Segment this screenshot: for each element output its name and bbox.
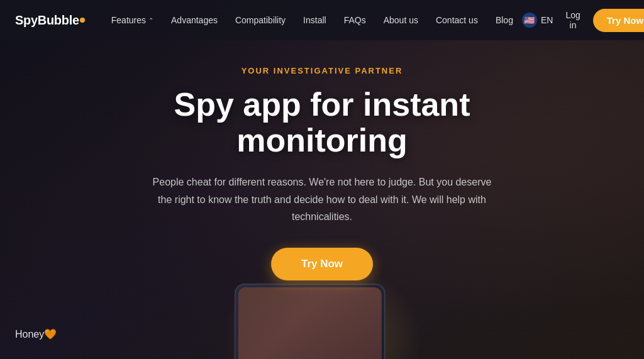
nav-link-contact[interactable]: Contact us: [427, 15, 487, 25]
nav-link-advantages[interactable]: Advantages: [162, 15, 226, 25]
language-label: EN: [541, 15, 553, 25]
nav-right: 🇺🇸 EN Log in Try Now: [522, 9, 644, 32]
language-selector[interactable]: 🇺🇸 EN: [522, 13, 553, 28]
nav-item-contact: Contact us: [427, 15, 487, 25]
nav-item-about: About us: [375, 15, 427, 25]
nav-item-advantages: Advantages: [162, 15, 226, 25]
hero-title: Spy app for instant monitoring: [108, 87, 536, 158]
navbar: SpyBubble Features ⌃ Advantages Compatib…: [0, 0, 644, 40]
logo-dot: [80, 18, 85, 23]
hero-section: Honey🧡 SpyBubble Features ⌃ Advantages C…: [0, 0, 644, 359]
chevron-down-icon: ⌃: [148, 17, 153, 24]
try-now-button-hero[interactable]: Try Now: [271, 248, 373, 280]
logo-link[interactable]: SpyBubble: [15, 13, 85, 28]
nav-link-install[interactable]: Install: [294, 15, 335, 25]
phone-chat-label: Honey🧡: [15, 328, 57, 340]
nav-item-features: Features ⌃: [103, 15, 162, 25]
nav-link-compatibility[interactable]: Compatibility: [226, 15, 294, 25]
nav-item-faqs: FAQs: [335, 15, 375, 25]
phone-screen: [238, 287, 382, 359]
phone-mockup: [235, 284, 386, 359]
phone-screen-overlay: [238, 287, 382, 359]
nav-item-blog: Blog: [487, 15, 522, 25]
logo-text: SpyBubble: [15, 13, 79, 28]
nav-item-install: Install: [294, 15, 335, 25]
hero-tagline: YOUR INVESTIGATIVE PARTNER: [108, 66, 536, 75]
hero-description: People cheat for different reasons. We'r…: [146, 174, 498, 225]
hero-content: YOUR INVESTIGATIVE PARTNER Spy app for i…: [96, 66, 548, 280]
login-button[interactable]: Log in: [560, 10, 585, 30]
nav-link-features[interactable]: Features ⌃: [103, 15, 162, 25]
flag-icon: 🇺🇸: [522, 13, 537, 28]
nav-item-compatibility: Compatibility: [226, 15, 294, 25]
nav-link-faqs[interactable]: FAQs: [335, 15, 375, 25]
nav-links: Features ⌃ Advantages Compatibility Inst…: [103, 15, 522, 25]
try-now-button-nav[interactable]: Try Now: [593, 9, 644, 32]
nav-link-blog[interactable]: Blog: [487, 15, 522, 25]
nav-link-about[interactable]: About us: [375, 15, 427, 25]
